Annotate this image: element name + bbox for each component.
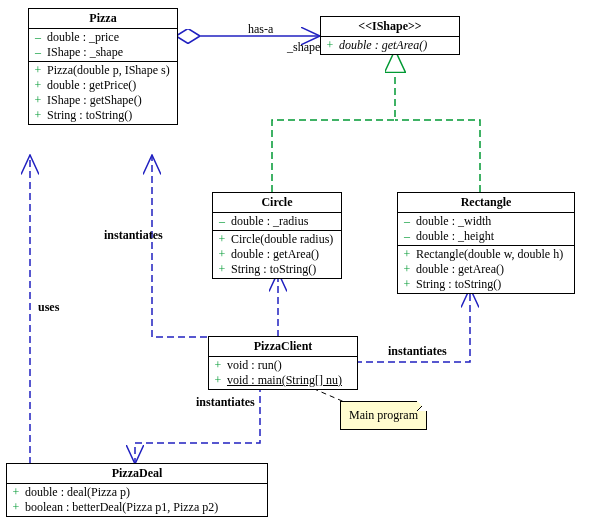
class-title: Rectangle — [398, 193, 574, 213]
label-instantiates-pizza: instantiates — [104, 228, 163, 243]
label-instantiates-rectangle: instantiates — [388, 344, 447, 359]
label-instantiates-pizzadeal: instantiates — [196, 395, 255, 410]
class-title: Circle — [213, 193, 341, 213]
label-shape-role: _shape — [287, 40, 320, 55]
class-pizza: Pizza –double : _price –IShape : _shape … — [28, 8, 178, 125]
class-circle: Circle –double : _radius +Circle(double … — [212, 192, 342, 279]
class-pizzadeal: PizzaDeal +double : deal(Pizza p) +boole… — [6, 463, 268, 517]
note-text: Main program — [349, 408, 418, 422]
label-has-a: has-a — [248, 22, 273, 37]
class-title: <<IShape>> — [321, 17, 459, 37]
class-rectangle: Rectangle –double : _width –double : _he… — [397, 192, 575, 294]
class-pizzaclient: PizzaClient +void : run() +void : main(S… — [208, 336, 358, 390]
class-title: PizzaClient — [209, 337, 357, 357]
note-main-program: Main program — [340, 401, 427, 430]
class-title: Pizza — [29, 9, 177, 29]
label-uses: uses — [38, 300, 59, 315]
class-title: PizzaDeal — [7, 464, 267, 484]
interface-ishape: <<IShape>> +double : getArea() — [320, 16, 460, 55]
